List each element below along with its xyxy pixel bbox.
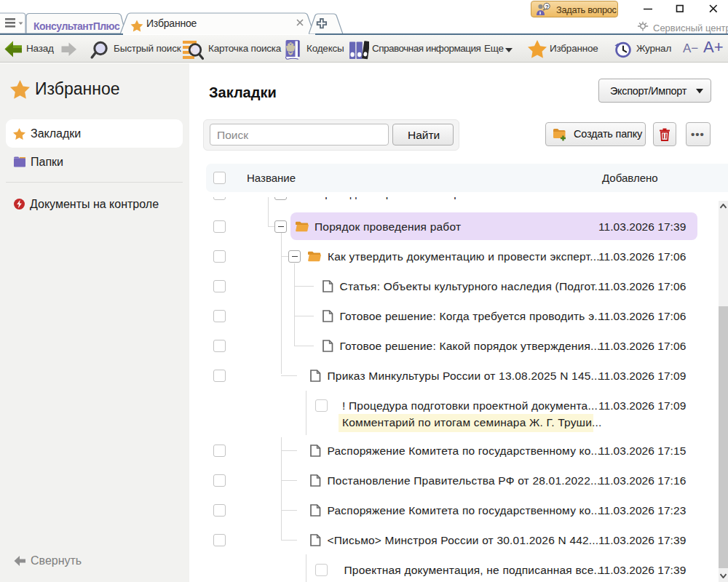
svg-text:?: ? [545, 4, 549, 10]
svg-text:КонсультантПлюс: КонсультантПлюс [33, 20, 120, 32]
svg-text:Избранное: Избранное [146, 17, 197, 29]
